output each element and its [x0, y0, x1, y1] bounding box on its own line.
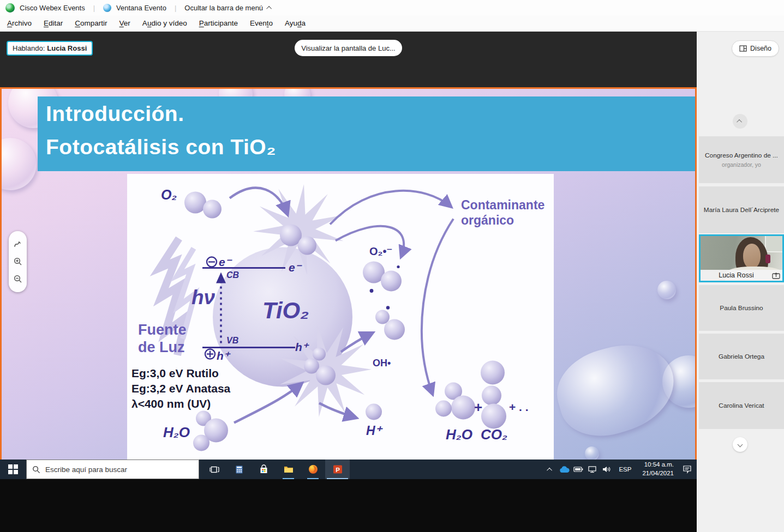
- contaminant-label-2: orgánico: [461, 213, 514, 227]
- tray-expand-chevron[interactable]: [544, 464, 555, 475]
- menu-item-2[interactable]: Compartir: [69, 19, 113, 27]
- eg-anatase-label: Eg:3,2 eV Anatasa: [131, 382, 231, 395]
- menu-item-3[interactable]: Ver: [113, 19, 136, 27]
- start-button[interactable]: [0, 460, 26, 479]
- slide-title-line1: Introducción.: [46, 102, 184, 126]
- file-explorer-icon: [283, 464, 294, 475]
- network-icon[interactable]: [587, 464, 598, 475]
- menu-item-1[interactable]: Editar: [38, 19, 69, 27]
- menu-item-7[interactable]: Ayuda: [279, 19, 312, 27]
- o2-molecule: [184, 192, 222, 219]
- speaking-indicator: Hablando: Lucia Rossi: [7, 41, 93, 56]
- battery-icon[interactable]: [573, 464, 584, 475]
- menu-item-4[interactable]: Audio y vídeo: [136, 19, 193, 27]
- arrow-h2o-to-surface: [234, 384, 302, 423]
- event-window-icon: [103, 4, 111, 12]
- menu-item-6[interactable]: Evento: [244, 19, 279, 27]
- zoom-in-icon[interactable]: [13, 257, 23, 267]
- participant-video: Lucia Rossi: [701, 236, 782, 281]
- participant-name: Carolina Vericat: [699, 402, 784, 409]
- store-app-button[interactable]: [252, 460, 276, 479]
- layout-grid-icon: [739, 45, 747, 52]
- titlebar-separator: |: [90, 4, 98, 12]
- chevron-up-icon[interactable]: [266, 5, 272, 11]
- h2o-product-molecule: [435, 383, 475, 420]
- stage-top-band: Hablando: Lucia Rossi Visualizar la pant…: [0, 32, 697, 87]
- participant-video-tile[interactable]: Lucia Rossi: [699, 234, 784, 282]
- zoom-out-icon[interactable]: [13, 274, 23, 284]
- video-person-face: [743, 244, 761, 269]
- layout-button[interactable]: Diseño: [732, 40, 779, 57]
- h2o-left-label: H₂O: [163, 424, 190, 440]
- participant-tile[interactable]: Carolina Vericat: [699, 382, 784, 429]
- task-view-button[interactable]: [202, 460, 227, 479]
- calculator-icon: [234, 464, 244, 475]
- windows-taskbar: P ESP 10:54 a.m.: [0, 460, 697, 479]
- co2-product-label: CO₂: [481, 426, 507, 443]
- tio2-label: TiO₂: [262, 298, 309, 323]
- titlebar-separator: |: [171, 4, 179, 12]
- h-plus-sphere: [366, 404, 382, 420]
- menu-item-5[interactable]: Participante: [193, 19, 244, 27]
- hole-label: h⁺: [295, 341, 309, 353]
- search-icon: [32, 466, 40, 474]
- action-center-icon[interactable]: [681, 464, 692, 475]
- electron-label: e⁻: [289, 261, 302, 274]
- app-title: Cisco Webex Events: [20, 4, 85, 12]
- eg-rutile-label: Eg:3,0 eV Rutilo: [131, 367, 219, 379]
- participant-tile[interactable]: Gabriela Ortega: [699, 334, 784, 379]
- photocatalysis-diagram: O₂ e⁻ CB e⁻ hν TiO₂ VB h⁺ h⁺ Fuente de L…: [127, 174, 554, 460]
- annotate-pen-icon[interactable]: [13, 239, 23, 249]
- speaker-icon[interactable]: [601, 464, 612, 475]
- menu-item-0[interactable]: Archivo: [1, 19, 38, 27]
- scroll-down-button[interactable]: [733, 437, 747, 452]
- video-headphone: [765, 255, 770, 263]
- participant-role: organizador, yo: [722, 161, 761, 168]
- stage-bottom-area: [0, 479, 697, 532]
- excitation-arrowhead: [216, 273, 226, 283]
- taskbar-search[interactable]: [26, 460, 199, 479]
- language-indicator[interactable]: ESP: [615, 466, 635, 473]
- h2o-product-label: H₂O: [446, 426, 472, 443]
- video-participant-name: Lucia Rossi: [701, 271, 772, 279]
- hv-label: hν: [191, 286, 216, 309]
- participant-tile[interactable]: Congreso Argentino de ... organizador, y…: [699, 136, 784, 183]
- bubble-decoration: [657, 281, 676, 299]
- cb-label: CB: [226, 270, 239, 280]
- clock-date: 21/04/2021: [642, 470, 674, 476]
- plus-sign: +: [474, 399, 482, 415]
- speaking-label: Hablando:: [13, 44, 45, 52]
- participant-name: Gabriela Ortega: [699, 353, 784, 360]
- superoxide-molecule: [363, 262, 402, 293]
- taskbar-clock[interactable]: 10:54 a.m. 21/04/2021: [638, 461, 678, 477]
- powerpoint-button[interactable]: P: [325, 460, 350, 479]
- participant-name: Congreso Argentino de ...: [699, 152, 784, 159]
- participant-tile[interactable]: Paula Brussino: [699, 285, 784, 331]
- firefox-button[interactable]: [301, 460, 325, 479]
- store-icon: [259, 464, 269, 475]
- arrow-to-products: [422, 219, 453, 395]
- search-input[interactable]: [45, 466, 182, 474]
- h-plus-label: H⁺: [366, 424, 384, 438]
- annotation-toolbar: [9, 231, 27, 292]
- calculator-app-button[interactable]: [227, 460, 252, 479]
- hole-symbol: [205, 349, 215, 359]
- electron-site-label: e⁻: [219, 256, 232, 268]
- system-tray: ESP 10:54 a.m. 21/04/2021: [544, 460, 697, 479]
- video-name-bar: Lucia Rossi: [701, 270, 782, 281]
- participant-tile[interactable]: María Laura Dell´Arciprete: [699, 186, 784, 233]
- share-screen-icon[interactable]: [772, 272, 780, 279]
- droplet-decoration: [548, 332, 685, 446]
- scroll-up-button[interactable]: [733, 114, 747, 129]
- hide-menubar-button[interactable]: Ocultar la barra de menú: [184, 4, 263, 12]
- svg-text:P: P: [336, 467, 340, 473]
- view-screen-button[interactable]: Visualizar la pantalla de Luc...: [295, 40, 402, 56]
- light-source-label-2: de Luz: [138, 339, 185, 355]
- layout-button-label: Diseño: [750, 45, 771, 52]
- file-explorer-button[interactable]: [276, 460, 301, 479]
- speaking-name: Lucia Rossi: [47, 44, 87, 52]
- participants-panel: Diseño Congreso Argentino de ... organiz…: [697, 32, 784, 532]
- onedrive-cloud-icon[interactable]: [559, 464, 570, 475]
- oh-molecule: [375, 306, 405, 340]
- menu-bar: ArchivoEditarCompartirVerAudio y vídeoPa…: [0, 15, 784, 32]
